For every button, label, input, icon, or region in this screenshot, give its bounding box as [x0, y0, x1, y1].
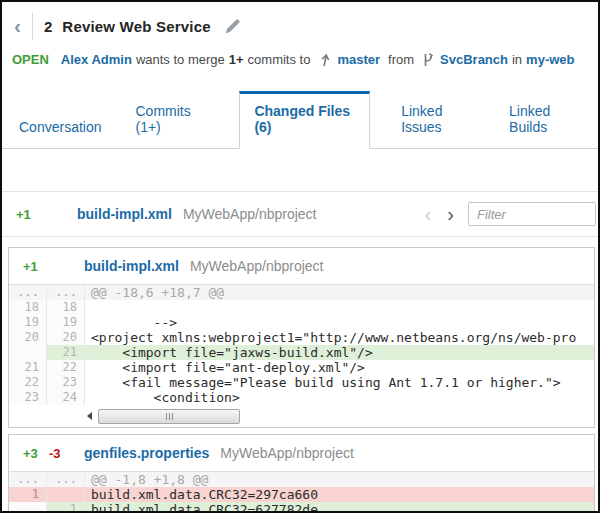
- old-line-number: 19: [9, 315, 47, 330]
- code-text: <project xmlns:webproject1="http://www.n…: [85, 330, 594, 345]
- additions-badge: +1: [23, 259, 49, 274]
- file-link[interactable]: genfiles.properties: [84, 445, 209, 461]
- new-line-number: 21: [47, 345, 85, 360]
- title-bar: ‹ 2 Review Web Service: [2, 2, 598, 42]
- new-line-number: 20: [47, 330, 85, 345]
- tab-commits[interactable]: Commits (1+): [134, 92, 211, 148]
- pencil-icon: [223, 17, 242, 36]
- new-line-number: ...: [47, 472, 85, 487]
- diff-line-row[interactable]: 2223 <fail message="Please build using A…: [9, 375, 594, 390]
- new-line-number: 22: [47, 360, 85, 375]
- file-link[interactable]: build-impl.xml: [77, 206, 172, 222]
- tab-conversation[interactable]: Conversation: [17, 108, 104, 148]
- deletions-badge: -3: [49, 446, 75, 461]
- tab-linked-builds[interactable]: Linked Builds: [507, 92, 583, 148]
- code-text: build.xml.data.CRC32=297ca660: [85, 487, 594, 502]
- merge-summary: OPEN Alex Admin wants to merge 1+ commit…: [2, 42, 598, 69]
- new-line-number: 23: [47, 375, 85, 390]
- chevron-right-icon[interactable]: ›: [439, 203, 462, 226]
- code-text: [85, 300, 594, 315]
- diff-line-row[interactable]: 1build.xml.data.CRC32=627782de: [9, 502, 594, 513]
- diff-line-row[interactable]: 1919 -->: [9, 315, 594, 330]
- repository-link[interactable]: my-web: [526, 52, 574, 67]
- file-pager: ‹ ›: [417, 203, 462, 226]
- commit-count: 1+: [229, 52, 244, 67]
- code-text: -->: [85, 315, 594, 330]
- horizontal-scrollbar[interactable]: [87, 408, 594, 424]
- diff-line-row[interactable]: 2324 <condition>: [9, 390, 594, 405]
- diff-card-header: +3 -3 genfiles.properties MyWebApp/nbpro…: [9, 435, 594, 471]
- back-icon[interactable]: ‹: [12, 16, 23, 36]
- old-line-number: 21: [9, 360, 47, 375]
- old-line-number: 22: [9, 375, 47, 390]
- tab-linked-issues[interactable]: Linked Issues: [399, 92, 477, 148]
- diff-line-row[interactable]: 1build.xml.data.CRC32=297ca660: [9, 487, 594, 502]
- review-number: 2: [44, 18, 52, 35]
- target-branch-link[interactable]: master: [337, 52, 380, 67]
- diff-line-row[interactable]: 1818: [9, 300, 594, 315]
- old-line-number: 18: [9, 300, 47, 315]
- edit-title-button[interactable]: [223, 17, 242, 36]
- source-branch-link[interactable]: SvcBranch: [440, 52, 508, 67]
- diff-table: ......@@ -1,8 +1,8 @@1build.xml.data.CRC…: [9, 471, 594, 513]
- hunk-header-row: ......@@ -1,8 +1,8 @@: [9, 472, 594, 487]
- code-text: <import file="ant-deploy.xml"/>: [85, 360, 594, 375]
- old-line-number: [9, 345, 47, 360]
- page-title: Review Web Service: [62, 18, 210, 35]
- branch-icon: [422, 52, 435, 67]
- status-badge: OPEN: [12, 52, 49, 67]
- merge-arrow-icon: [318, 52, 332, 67]
- scroll-left-icon[interactable]: [87, 412, 92, 420]
- changed-files-list: +1 build-impl.xml MyWebApp/nbproject ...…: [2, 247, 598, 513]
- old-line-number: 23: [9, 390, 47, 405]
- diff-line-row[interactable]: 21 <import file="jaxws-build.xml"/>: [9, 345, 594, 360]
- spacer: [2, 149, 598, 191]
- old-line-number: [9, 502, 47, 513]
- file-path: MyWebApp/nbproject: [220, 445, 354, 461]
- author-link[interactable]: Alex Admin: [61, 52, 132, 67]
- filter-input[interactable]: [468, 202, 596, 226]
- new-line-number: ...: [47, 285, 85, 300]
- new-line-number: 24: [47, 390, 85, 405]
- additions-badge: +3: [23, 446, 49, 461]
- new-line-number: 1: [47, 502, 85, 513]
- summary-text: in: [512, 52, 522, 67]
- scrollbar-thumb[interactable]: [98, 409, 240, 424]
- old-line-number: ...: [9, 472, 47, 487]
- diff-card: +1 build-impl.xml MyWebApp/nbproject ...…: [8, 247, 595, 428]
- spacer: [2, 237, 598, 247]
- code-text: build.xml.data.CRC32=627782de: [85, 502, 594, 513]
- tab-changed-files[interactable]: Changed Files (6): [239, 91, 370, 149]
- diff-table: ......@@ -18,6 +18,7 @@18181919 -->2020<…: [9, 284, 594, 424]
- new-line-number: [47, 487, 85, 502]
- diff-line-row[interactable]: 2122 <import file="ant-deploy.xml"/>: [9, 360, 594, 375]
- code-text: @@ -1,8 +1,8 @@: [85, 472, 594, 487]
- diff-line-row[interactable]: 2020<project xmlns:webproject1="http://w…: [9, 330, 594, 345]
- new-line-number: 18: [47, 300, 85, 315]
- tab-bar: Conversation Commits (1+) Changed Files …: [2, 91, 598, 149]
- file-path: MyWebApp/nbproject: [183, 206, 317, 222]
- file-path: MyWebApp/nbproject: [190, 258, 324, 274]
- code-text: <import file="jaxws-build.xml"/>: [85, 345, 594, 360]
- file-link[interactable]: build-impl.xml: [84, 258, 179, 274]
- file-nav-row: +1 build-impl.xml MyWebApp/nbproject ‹ ›: [2, 191, 598, 237]
- scrollbar-grip: [166, 413, 167, 420]
- review-window: ‹ 2 Review Web Service OPEN Alex Admin w…: [0, 0, 600, 513]
- scrollbar-grip: [169, 413, 170, 420]
- scrollbar-grip: [172, 413, 173, 420]
- code-text: @@ -18,6 +18,7 @@: [85, 285, 594, 300]
- diff-card: +3 -3 genfiles.properties MyWebApp/nbpro…: [8, 434, 595, 513]
- divider: [32, 13, 33, 40]
- summary-text: commits to: [248, 52, 311, 67]
- new-line-number: 19: [47, 315, 85, 330]
- chevron-left-icon[interactable]: ‹: [417, 203, 440, 226]
- diff-card-header: +1 build-impl.xml MyWebApp/nbproject: [9, 248, 594, 284]
- hunk-header-row: ......@@ -18,6 +18,7 @@: [9, 285, 594, 300]
- old-line-number: 1: [9, 487, 47, 502]
- old-line-number: 20: [9, 330, 47, 345]
- old-line-number: ...: [9, 285, 47, 300]
- summary-text: from: [388, 52, 414, 67]
- code-text: <fail message="Please build using Ant 1.…: [85, 375, 594, 390]
- code-text: <condition>: [85, 390, 594, 405]
- additions-badge: +1: [16, 207, 42, 222]
